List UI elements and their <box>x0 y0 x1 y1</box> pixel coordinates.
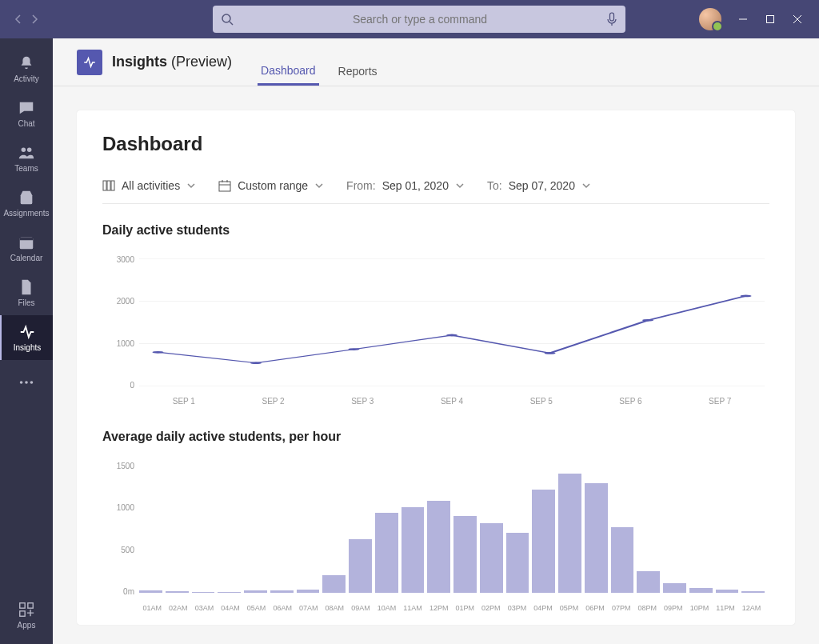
filter-row: All activities Custom range From: Sep 01… <box>102 179 769 204</box>
content-area: Insights (Preview) Dashboard Reports Das… <box>53 38 819 644</box>
dashboard-card: Dashboard All activities Custom range Fr… <box>77 110 795 625</box>
teams-icon <box>18 144 35 162</box>
chevron-down-icon <box>186 181 196 190</box>
dashboard-title: Dashboard <box>102 133 769 155</box>
bar <box>637 571 660 593</box>
bar <box>506 533 529 593</box>
svg-point-0 <box>222 14 230 22</box>
svg-rect-14 <box>20 603 25 608</box>
svg-line-1 <box>230 22 233 25</box>
rail-label: Apps <box>18 621 36 630</box>
rail-label: Assignments <box>3 209 49 218</box>
search-input[interactable] <box>234 13 606 26</box>
bar <box>585 483 608 593</box>
rail-apps[interactable]: Apps <box>0 593 53 638</box>
tab-reports[interactable]: Reports <box>335 65 381 86</box>
svg-point-13 <box>30 381 34 384</box>
bar <box>480 523 503 593</box>
nav-back-forward <box>0 14 53 24</box>
rail-activity[interactable]: Activity <box>0 46 53 91</box>
search-icon <box>221 13 234 26</box>
svg-rect-18 <box>107 181 110 190</box>
app-title-bold: Insights <box>112 54 167 70</box>
avatar[interactable] <box>699 8 721 30</box>
filter-activity[interactable]: All activities <box>102 179 196 192</box>
bar <box>453 516 477 593</box>
bar <box>532 490 555 593</box>
bar <box>218 592 241 593</box>
bar <box>402 507 425 593</box>
to-label: To: <box>487 179 502 192</box>
app-rail: Activity Chat Teams Assignments Calendar… <box>0 38 53 644</box>
svg-point-8 <box>27 148 31 153</box>
rail-label: Chat <box>18 119 34 128</box>
window-controls <box>699 8 819 30</box>
minimize-button[interactable] <box>737 14 749 25</box>
assignments-icon <box>18 189 35 206</box>
filter-activity-label: All activities <box>122 179 180 192</box>
svg-point-31 <box>446 334 457 337</box>
maximize-button[interactable] <box>765 14 776 25</box>
pulse-icon <box>82 55 97 70</box>
filter-to[interactable]: To: Sep 07, 2020 <box>487 179 591 192</box>
back-icon[interactable] <box>14 14 23 24</box>
app-tabs: Dashboard Reports <box>250 38 389 86</box>
filter-range-label: Custom range <box>238 179 308 192</box>
forward-icon[interactable] <box>30 14 39 24</box>
calendar-icon <box>18 234 35 251</box>
bar <box>349 539 372 593</box>
apps-icon <box>18 601 35 618</box>
rail-label: Insights <box>14 343 41 352</box>
bar <box>192 592 215 593</box>
svg-rect-17 <box>103 181 106 190</box>
svg-point-33 <box>642 319 653 322</box>
rail-files[interactable]: Files <box>0 270 53 315</box>
search-box[interactable] <box>213 6 625 33</box>
bar <box>741 591 765 593</box>
bar <box>166 591 189 593</box>
rail-chat[interactable]: Chat <box>0 91 53 136</box>
rail-insights[interactable]: Insights <box>0 315 53 360</box>
svg-point-34 <box>741 294 752 297</box>
chart2-title: Average daily active students, per hour <box>102 430 769 444</box>
more-icon <box>18 374 35 391</box>
rail-label: Teams <box>14 164 38 173</box>
rail-label: Calendar <box>10 254 43 262</box>
svg-rect-4 <box>767 16 774 23</box>
chevron-down-icon <box>314 181 324 190</box>
app-title-suffix: (Preview) <box>171 54 232 70</box>
svg-rect-10 <box>20 238 34 241</box>
svg-rect-15 <box>28 603 33 608</box>
calendar-range-icon <box>218 179 231 192</box>
svg-point-29 <box>250 362 262 364</box>
svg-rect-20 <box>219 182 230 191</box>
svg-rect-19 <box>111 181 114 190</box>
from-label: From: <box>346 179 376 192</box>
insights-icon <box>18 323 36 341</box>
chat-icon <box>18 99 35 117</box>
from-value: Sep 01, 2020 <box>382 179 449 192</box>
file-icon <box>18 278 35 296</box>
filter-range[interactable]: Custom range <box>218 179 324 192</box>
filter-from[interactable]: From: Sep 01, 2020 <box>346 179 465 192</box>
close-button[interactable] <box>792 14 803 25</box>
bar <box>689 588 713 593</box>
svg-point-32 <box>544 352 555 354</box>
rail-teams[interactable]: Teams <box>0 136 53 181</box>
svg-point-11 <box>20 381 23 384</box>
rail-assignments[interactable]: Assignments <box>0 181 53 226</box>
bar-chart: 150010005000m 01AM02AM03AM04AM05AM06AM07… <box>102 457 769 617</box>
bar <box>322 575 346 593</box>
bar <box>427 501 450 593</box>
tab-dashboard[interactable]: Dashboard <box>258 64 319 86</box>
rail-calendar[interactable]: Calendar <box>0 226 53 270</box>
columns-icon <box>102 179 115 192</box>
rail-label: Files <box>18 298 34 307</box>
mic-icon[interactable] <box>606 12 617 26</box>
svg-point-28 <box>152 351 163 354</box>
title-bar <box>0 0 819 38</box>
app-icon <box>77 50 102 75</box>
bar <box>663 583 686 593</box>
rail-more[interactable] <box>0 360 53 405</box>
chevron-down-icon <box>455 181 465 190</box>
